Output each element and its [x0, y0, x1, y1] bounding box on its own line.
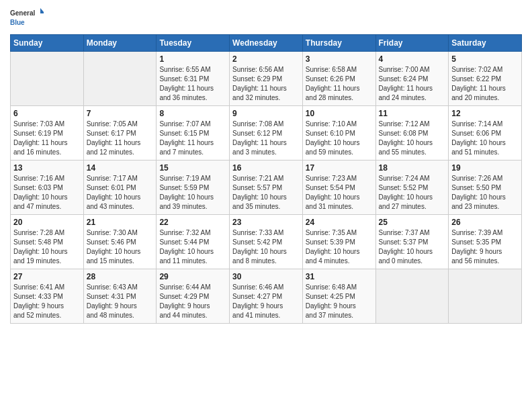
- day-number: 2: [232, 54, 300, 64]
- day-number: 7: [87, 109, 154, 118]
- day-info: Sunrise: 7:10 AMSunset: 6:10 PMDaylight:…: [306, 120, 373, 157]
- day-number: 1: [159, 54, 226, 64]
- svg-text:General: General: [10, 9, 35, 17]
- day-header-monday: Monday: [83, 35, 157, 52]
- calendar-cell: 8Sunrise: 7:07 AMSunset: 6:15 PMDaylight…: [157, 106, 230, 161]
- day-header-thursday: Thursday: [302, 35, 375, 52]
- day-info: Sunrise: 7:21 AMSunset: 5:57 PMDaylight:…: [232, 174, 300, 212]
- day-number: 30: [232, 272, 300, 281]
- day-number: 23: [232, 218, 300, 227]
- calendar-cell: 19Sunrise: 7:26 AMSunset: 5:50 PMDayligh…: [449, 161, 522, 215]
- calendar-cell: 23Sunrise: 7:33 AMSunset: 5:42 PMDayligh…: [230, 215, 303, 269]
- day-info: Sunrise: 7:19 AMSunset: 5:59 PMDaylight:…: [159, 174, 226, 212]
- day-info: Sunrise: 6:58 AMSunset: 6:26 PMDaylight:…: [306, 65, 373, 103]
- day-info: Sunrise: 7:32 AMSunset: 5:44 PMDaylight:…: [159, 228, 226, 266]
- calendar-table: SundayMondayTuesdayWednesdayThursdayFrid…: [10, 34, 522, 324]
- day-number: 14: [87, 163, 154, 173]
- calendar-cell: 14Sunrise: 7:17 AMSunset: 6:01 PMDayligh…: [83, 161, 157, 215]
- day-number: 9: [232, 109, 300, 118]
- day-number: 18: [379, 163, 446, 173]
- day-number: 19: [451, 163, 519, 173]
- day-header-wednesday: Wednesday: [230, 35, 303, 52]
- day-info: Sunrise: 7:17 AMSunset: 6:01 PMDaylight:…: [87, 174, 154, 212]
- calendar-cell: 26Sunrise: 7:39 AMSunset: 5:35 PMDayligh…: [449, 215, 522, 269]
- day-info: Sunrise: 7:26 AMSunset: 5:50 PMDaylight:…: [451, 174, 519, 212]
- calendar-cell: [83, 52, 157, 106]
- calendar-cell: 5Sunrise: 7:02 AMSunset: 6:22 PMDaylight…: [449, 52, 522, 106]
- day-number: 3: [306, 54, 373, 64]
- calendar-cell: [449, 269, 522, 324]
- calendar-cell: 31Sunrise: 6:48 AMSunset: 4:25 PMDayligh…: [302, 269, 375, 324]
- calendar-cell: 16Sunrise: 7:21 AMSunset: 5:57 PMDayligh…: [230, 161, 303, 215]
- day-number: 8: [159, 109, 226, 118]
- calendar-cell: 4Sunrise: 7:00 AMSunset: 6:24 PMDaylight…: [375, 52, 449, 106]
- calendar-cell: 17Sunrise: 7:23 AMSunset: 5:54 PMDayligh…: [302, 161, 375, 215]
- calendar-cell: 13Sunrise: 7:16 AMSunset: 6:03 PMDayligh…: [11, 161, 84, 215]
- calendar-cell: 29Sunrise: 6:44 AMSunset: 4:29 PMDayligh…: [157, 269, 230, 324]
- day-info: Sunrise: 7:02 AMSunset: 6:22 PMDaylight:…: [451, 65, 519, 103]
- day-number: 17: [306, 163, 373, 173]
- day-info: Sunrise: 6:55 AMSunset: 6:31 PMDaylight:…: [159, 65, 226, 103]
- day-header-tuesday: Tuesday: [157, 35, 230, 52]
- header-row: SundayMondayTuesdayWednesdayThursdayFrid…: [11, 35, 522, 52]
- day-number: 26: [451, 218, 519, 227]
- day-info: Sunrise: 6:44 AMSunset: 4:29 PMDaylight:…: [159, 283, 226, 320]
- calendar-header: SundayMondayTuesdayWednesdayThursdayFrid…: [11, 35, 522, 52]
- day-info: Sunrise: 7:14 AMSunset: 6:06 PMDaylight:…: [451, 120, 519, 157]
- day-number: 4: [379, 54, 446, 64]
- day-number: 5: [451, 54, 519, 64]
- day-number: 10: [306, 109, 373, 118]
- day-info: Sunrise: 7:07 AMSunset: 6:15 PMDaylight:…: [159, 120, 226, 157]
- calendar-cell: 30Sunrise: 6:46 AMSunset: 4:27 PMDayligh…: [230, 269, 303, 324]
- calendar-cell: 3Sunrise: 6:58 AMSunset: 6:26 PMDaylight…: [302, 52, 375, 106]
- svg-marker-2: [40, 8, 44, 13]
- week-row-5: 27Sunrise: 6:41 AMSunset: 4:33 PMDayligh…: [11, 269, 522, 324]
- day-number: 31: [306, 272, 373, 281]
- calendar-cell: 6Sunrise: 7:03 AMSunset: 6:19 PMDaylight…: [11, 106, 84, 161]
- day-number: 11: [379, 109, 446, 118]
- calendar-cell: 22Sunrise: 7:32 AMSunset: 5:44 PMDayligh…: [157, 215, 230, 269]
- day-info: Sunrise: 7:03 AMSunset: 6:19 PMDaylight:…: [13, 120, 81, 157]
- calendar-cell: 11Sunrise: 7:12 AMSunset: 6:08 PMDayligh…: [375, 106, 449, 161]
- week-row-2: 6Sunrise: 7:03 AMSunset: 6:19 PMDaylight…: [11, 106, 522, 161]
- day-info: Sunrise: 7:12 AMSunset: 6:08 PMDaylight:…: [379, 120, 446, 157]
- logo-svg: General Blue: [10, 7, 44, 30]
- calendar-cell: 1Sunrise: 6:55 AMSunset: 6:31 PMDaylight…: [157, 52, 230, 106]
- day-number: 28: [87, 272, 154, 281]
- day-info: Sunrise: 6:46 AMSunset: 4:27 PMDaylight:…: [232, 283, 300, 320]
- day-info: Sunrise: 7:28 AMSunset: 5:48 PMDaylight:…: [13, 228, 81, 266]
- calendar-cell: 20Sunrise: 7:28 AMSunset: 5:48 PMDayligh…: [11, 215, 84, 269]
- day-header-sunday: Sunday: [11, 35, 84, 52]
- week-row-1: 1Sunrise: 6:55 AMSunset: 6:31 PMDaylight…: [11, 52, 522, 106]
- calendar-cell: 24Sunrise: 7:35 AMSunset: 5:39 PMDayligh…: [302, 215, 375, 269]
- day-info: Sunrise: 7:00 AMSunset: 6:24 PMDaylight:…: [379, 65, 446, 103]
- calendar-cell: 12Sunrise: 7:14 AMSunset: 6:06 PMDayligh…: [449, 106, 522, 161]
- day-info: Sunrise: 7:16 AMSunset: 6:03 PMDaylight:…: [13, 174, 81, 212]
- day-number: 6: [13, 109, 81, 118]
- day-info: Sunrise: 7:30 AMSunset: 5:46 PMDaylight:…: [87, 228, 154, 266]
- day-number: 15: [159, 163, 226, 173]
- week-row-4: 20Sunrise: 7:28 AMSunset: 5:48 PMDayligh…: [11, 215, 522, 269]
- day-number: 24: [306, 218, 373, 227]
- calendar-cell: 15Sunrise: 7:19 AMSunset: 5:59 PMDayligh…: [157, 161, 230, 215]
- day-info: Sunrise: 6:48 AMSunset: 4:25 PMDaylight:…: [306, 283, 373, 320]
- day-number: 21: [87, 218, 154, 227]
- day-number: 16: [232, 163, 300, 173]
- day-info: Sunrise: 6:43 AMSunset: 4:31 PMDaylight:…: [87, 283, 154, 320]
- calendar-cell: 27Sunrise: 6:41 AMSunset: 4:33 PMDayligh…: [11, 269, 84, 324]
- calendar-cell: 2Sunrise: 6:56 AMSunset: 6:29 PMDaylight…: [230, 52, 303, 106]
- calendar-cell: 10Sunrise: 7:10 AMSunset: 6:10 PMDayligh…: [302, 106, 375, 161]
- day-info: Sunrise: 7:05 AMSunset: 6:17 PMDaylight:…: [87, 120, 154, 157]
- calendar-cell: 9Sunrise: 7:08 AMSunset: 6:12 PMDaylight…: [230, 106, 303, 161]
- day-header-friday: Friday: [375, 35, 449, 52]
- day-number: 29: [159, 272, 226, 281]
- day-info: Sunrise: 7:24 AMSunset: 5:52 PMDaylight:…: [379, 174, 446, 212]
- day-info: Sunrise: 7:08 AMSunset: 6:12 PMDaylight:…: [232, 120, 300, 157]
- calendar-cell: 28Sunrise: 6:43 AMSunset: 4:31 PMDayligh…: [83, 269, 157, 324]
- day-info: Sunrise: 6:56 AMSunset: 6:29 PMDaylight:…: [232, 65, 300, 103]
- day-info: Sunrise: 6:41 AMSunset: 4:33 PMDaylight:…: [13, 283, 81, 320]
- header-area: General Blue: [10, 7, 522, 30]
- logo: General Blue: [10, 7, 44, 30]
- calendar-cell: 25Sunrise: 7:37 AMSunset: 5:37 PMDayligh…: [375, 215, 449, 269]
- day-info: Sunrise: 7:35 AMSunset: 5:39 PMDaylight:…: [306, 228, 373, 266]
